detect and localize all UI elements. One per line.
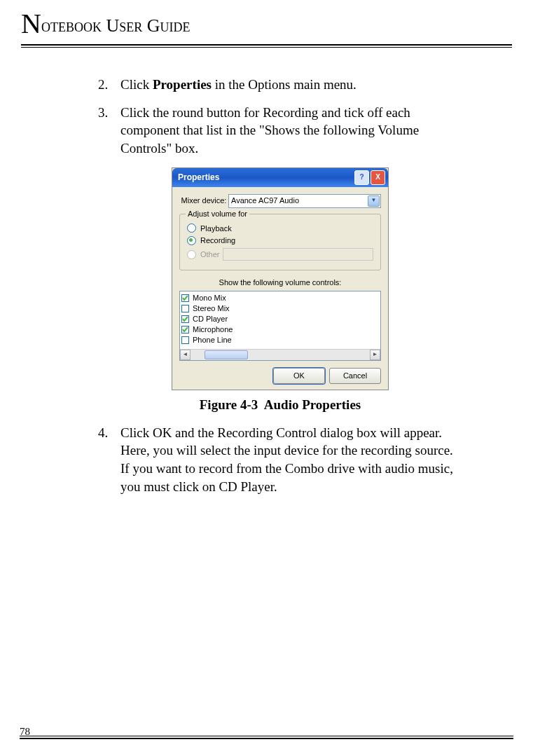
volume-controls-label: Show the following volume controls:	[179, 277, 381, 288]
mixer-device-label: Mixer device:	[179, 195, 228, 206]
step-4: 4. Click OK and the Recording Control di…	[98, 424, 462, 496]
body-content: 2. Click Properties in the Options main …	[21, 48, 462, 495]
help-icon: ?	[359, 172, 364, 182]
ok-button[interactable]: OK	[273, 368, 325, 384]
page-header-title: Notebook User Guide	[21, 7, 512, 40]
list-item[interactable]: CD Player	[181, 314, 379, 324]
dialog-title: Properties	[178, 172, 219, 183]
checkbox-icon	[181, 326, 189, 334]
close-icon: X	[375, 172, 380, 182]
list-item[interactable]: Microphone	[181, 324, 379, 335]
radio-other: Other	[187, 248, 373, 261]
chevron-down-icon: ▼	[368, 195, 380, 207]
scroll-thumb[interactable]	[205, 350, 248, 359]
scroll-left-button[interactable]: ◄	[180, 350, 191, 360]
cancel-button[interactable]: Cancel	[329, 368, 381, 384]
radio-icon	[187, 250, 196, 259]
step-3: 3. Click the round button for Recording …	[98, 104, 462, 158]
radio-recording[interactable]: Recording	[187, 235, 373, 246]
list-item[interactable]: Phone Line	[181, 335, 379, 345]
group-legend: Adjust volume for	[186, 209, 249, 219]
help-button[interactable]: ?	[354, 170, 369, 185]
checkbox-icon	[181, 336, 189, 344]
mixer-device-select[interactable]: Avance AC97 Audio ▼	[228, 194, 381, 208]
scroll-right-button[interactable]: ►	[370, 350, 380, 360]
adjust-volume-group: Adjust volume for Playback Recording Oth…	[179, 214, 381, 271]
checkbox-icon	[181, 315, 189, 323]
checkbox-icon	[181, 305, 189, 312]
horizontal-scrollbar[interactable]: ◄ ►	[180, 349, 380, 360]
list-item[interactable]: Mono Mix	[181, 293, 379, 303]
step-2: 2. Click Properties in the Options main …	[98, 76, 462, 94]
scroll-track[interactable]	[191, 350, 370, 360]
volume-controls-listbox[interactable]: Mono Mix Stereo Mix CD Player Micro	[179, 291, 381, 361]
properties-dialog: Properties ? X Mixer device: Avance AC97…	[172, 167, 389, 391]
radio-playback[interactable]: Playback	[187, 224, 373, 234]
other-input	[223, 248, 373, 261]
dialog-titlebar[interactable]: Properties ? X	[172, 168, 388, 187]
page-number: 78	[20, 726, 30, 738]
header-rule	[21, 44, 512, 46]
checkbox-icon	[181, 294, 189, 302]
figure-caption: Figure 4-3 Audio Properties	[98, 396, 462, 414]
mixer-device-value: Avance AC97 Audio	[231, 195, 299, 206]
page-footer: 78	[20, 736, 513, 739]
radio-icon	[187, 236, 196, 245]
list-item[interactable]: Stereo Mix	[181, 303, 379, 314]
radio-icon	[187, 224, 196, 233]
close-button[interactable]: X	[371, 170, 385, 185]
figure-properties-dialog: Properties ? X Mixer device: Avance AC97…	[98, 167, 462, 391]
